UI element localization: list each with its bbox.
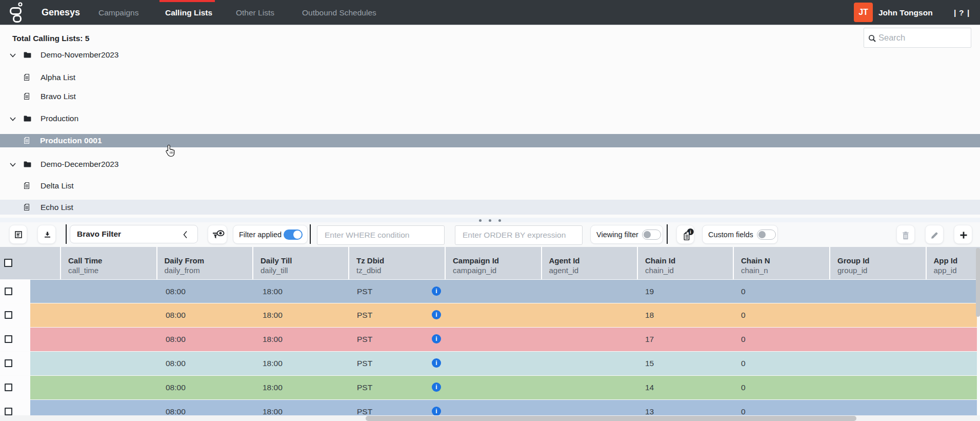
svg-text:i: i: [690, 229, 691, 235]
